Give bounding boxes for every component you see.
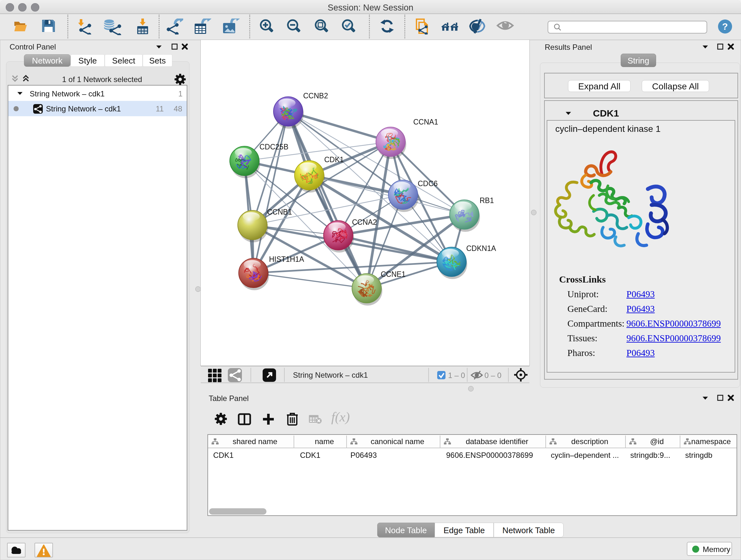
svg-text:CDC25B: CDC25B <box>259 143 288 151</box>
svg-text:CCNA1: CCNA1 <box>413 118 438 126</box>
svg-text:HIST1H1A: HIST1H1A <box>269 255 305 263</box>
svg-text:CDC6: CDC6 <box>418 179 438 188</box>
svg-text:CCNB1: CCNB1 <box>267 208 292 216</box>
svg-text:CCNE1: CCNE1 <box>381 270 406 278</box>
svg-text:RB1: RB1 <box>480 196 494 205</box>
svg-text:?: ? <box>722 21 728 32</box>
svg-text:CDKN1A: CDKN1A <box>466 244 496 253</box>
svg-text:CDK1: CDK1 <box>324 155 344 164</box>
svg-text:CCNB2: CCNB2 <box>303 91 328 100</box>
svg-text:CCNA2: CCNA2 <box>352 218 377 226</box>
